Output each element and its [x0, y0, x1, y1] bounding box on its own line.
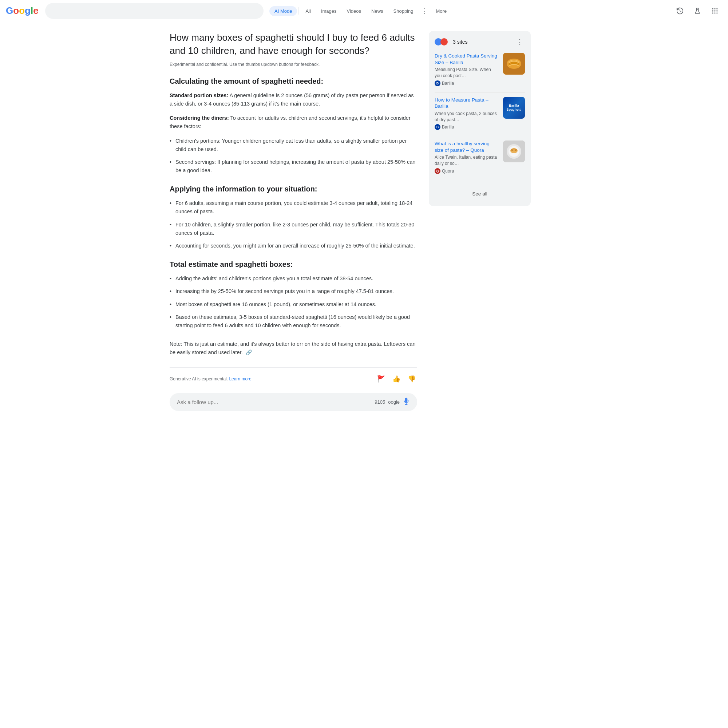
- dot-red: [440, 38, 448, 46]
- link-icon[interactable]: 🔗: [246, 348, 252, 356]
- thumbs-up-button[interactable]: 👍: [391, 373, 402, 384]
- source-2-snippet: When you cook pasta, 2 ounces of dry pas…: [434, 111, 499, 123]
- more-icon: ⋮: [419, 5, 431, 16]
- ai-footer-text: Generative AI is experimental. Learn mor…: [170, 376, 252, 381]
- sources-card: 3 sites ⋮ Dry & Cooked Pasta Serving Siz…: [429, 31, 531, 206]
- history-icon: [676, 7, 684, 15]
- tab-videos[interactable]: Videos: [342, 5, 367, 17]
- tab-news[interactable]: News: [366, 5, 388, 17]
- header: Google AI Mode All Images Videos News Sh…: [0, 0, 728, 22]
- see-all-button[interactable]: See all: [434, 187, 525, 200]
- plate-image: [503, 141, 525, 162]
- considering-diners-paragraph: Considering the diners: To account for a…: [170, 114, 417, 131]
- source-1-text: Dry & Cooked Pasta Serving Size – Barill…: [434, 53, 499, 86]
- source-1-title: Dry & Cooked Pasta Serving Size – Barill…: [434, 53, 499, 66]
- source-3-thumbnail: [503, 141, 525, 162]
- section-heading-3: Total estimate and spaghetti boxes:: [170, 260, 417, 269]
- tab-images[interactable]: Images: [316, 5, 342, 17]
- history-button[interactable]: [673, 4, 687, 18]
- sources-dots: [434, 38, 448, 46]
- source-2-brand-text: Barilla: [442, 124, 454, 130]
- source-2-text: How to Measure Pasta – Barilla When you …: [434, 97, 499, 130]
- svg-point-7: [714, 10, 715, 11]
- list-item: Accounting for seconds, you might aim fo…: [170, 242, 417, 250]
- favicon-barilla-1: B: [434, 80, 440, 86]
- svg-point-10: [714, 12, 715, 14]
- source-1-brand-text: Barilla: [442, 81, 454, 86]
- mic-button[interactable]: [402, 398, 410, 407]
- labs-button[interactable]: [690, 4, 705, 18]
- watermark-text: 9105: [375, 399, 385, 405]
- nav-separator: [298, 7, 299, 15]
- list-item: Second servings: If planning for second …: [170, 158, 417, 175]
- main-layout: How many boxes of spaghetti should I buy…: [164, 22, 564, 420]
- source-item-1[interactable]: Dry & Cooked Pasta Serving Size – Barill…: [434, 53, 525, 86]
- google-logo-svg: Google: [6, 5, 39, 16]
- source-divider-1: [434, 92, 525, 92]
- ai-experimental-text: Generative AI is experimental.: [170, 376, 228, 381]
- source-3-title: What is a healthy serving size of pasta?…: [434, 141, 499, 153]
- tab-ai-mode[interactable]: AI Mode: [269, 6, 297, 16]
- standard-portion-paragraph: Standard portion sizes: A general guidel…: [170, 91, 417, 108]
- apps-icon: [711, 7, 719, 15]
- labs-icon: [694, 7, 701, 15]
- section-2-bullets: For 6 adults, assuming a main course por…: [170, 199, 417, 250]
- nav-tabs: AI Mode All Images Videos News Shopping …: [269, 5, 452, 17]
- apps-button[interactable]: [708, 4, 722, 18]
- mic-icon: [402, 398, 410, 405]
- svg-point-11: [716, 12, 717, 14]
- svg-point-3: [712, 8, 713, 9]
- source-3-snippet: Alice Twain. Italian, eating pasta daily…: [434, 154, 499, 167]
- source-2-brand: B Barilla: [434, 124, 499, 130]
- sources-title-group: 3 sites: [434, 38, 467, 46]
- considering-diners-label: Considering the diners:: [170, 115, 229, 121]
- list-item: Based on these estimates, 3-5 boxes of s…: [170, 313, 417, 330]
- svg-point-4: [714, 8, 715, 9]
- thumbs-down-button[interactable]: 👎: [406, 373, 417, 384]
- tab-shopping[interactable]: Shopping: [388, 5, 419, 17]
- tab-more[interactable]: More: [431, 5, 452, 17]
- sidebar: 3 sites ⋮ Dry & Cooked Pasta Serving Siz…: [429, 31, 531, 411]
- svg-point-6: [712, 10, 713, 11]
- google-g-text: oogle: [388, 399, 400, 405]
- section-1-bullets: Children's portions: Younger children ge…: [170, 137, 417, 175]
- svg-point-8: [716, 10, 717, 11]
- source-3-text: What is a healthy serving size of pasta?…: [434, 141, 499, 174]
- sources-count: 3 sites: [453, 39, 467, 45]
- more-options-button[interactable]: ⋮: [515, 37, 525, 47]
- learn-more-link[interactable]: Learn more: [229, 376, 251, 381]
- source-item-3[interactable]: What is a healthy serving size of pasta?…: [434, 141, 525, 174]
- search-bar[interactable]: [45, 3, 263, 19]
- favicon-quora: Q: [434, 168, 440, 174]
- svg-text:Google: Google: [6, 5, 38, 16]
- ai-footer: Generative AI is experimental. Learn mor…: [170, 367, 417, 384]
- source-3-brand-text: Quora: [442, 168, 454, 174]
- svg-point-5: [716, 8, 717, 9]
- source-3-brand: Q Quora: [434, 168, 499, 174]
- source-divider-3: [434, 180, 525, 180]
- section-heading-2: Applying the information to your situati…: [170, 185, 417, 193]
- note-section: Note: This is just an estimate, and it's…: [170, 340, 417, 357]
- list-item: For 6 adults, assuming a main course por…: [170, 199, 417, 216]
- list-item: Children's portions: Younger children ge…: [170, 137, 417, 154]
- pasta-image: [503, 53, 525, 75]
- follow-up-input[interactable]: [177, 399, 375, 405]
- section-3-bullets: Adding the adults' and children's portio…: [170, 274, 417, 330]
- search-input[interactable]: [51, 8, 258, 14]
- query-title: How many boxes of spaghetti should I buy…: [170, 31, 417, 58]
- list-item: Increasing this by 25-50% for second ser…: [170, 287, 417, 295]
- svg-point-9: [712, 12, 713, 14]
- feedback-icons: 🚩 👍 👎: [376, 373, 417, 384]
- follow-up-right: 9105 oogle: [375, 398, 410, 407]
- source-2-title: How to Measure Pasta – Barilla: [434, 97, 499, 110]
- flag-button[interactable]: 🚩: [376, 373, 387, 384]
- list-item: Adding the adults' and children's portio…: [170, 274, 417, 283]
- source-1-thumbnail: [503, 53, 525, 75]
- note-text: Note: This is just an estimate, and it's…: [170, 341, 416, 355]
- source-item-2[interactable]: How to Measure Pasta – Barilla When you …: [434, 97, 525, 130]
- tab-all[interactable]: All: [300, 5, 316, 17]
- experimental-note: Experimental and confidential. Use the t…: [170, 62, 417, 67]
- follow-up-container[interactable]: 9105 oogle: [170, 393, 417, 411]
- source-1-snippet: Measuring Pasta Size. When you cook past…: [434, 67, 499, 79]
- header-icons: [673, 4, 722, 18]
